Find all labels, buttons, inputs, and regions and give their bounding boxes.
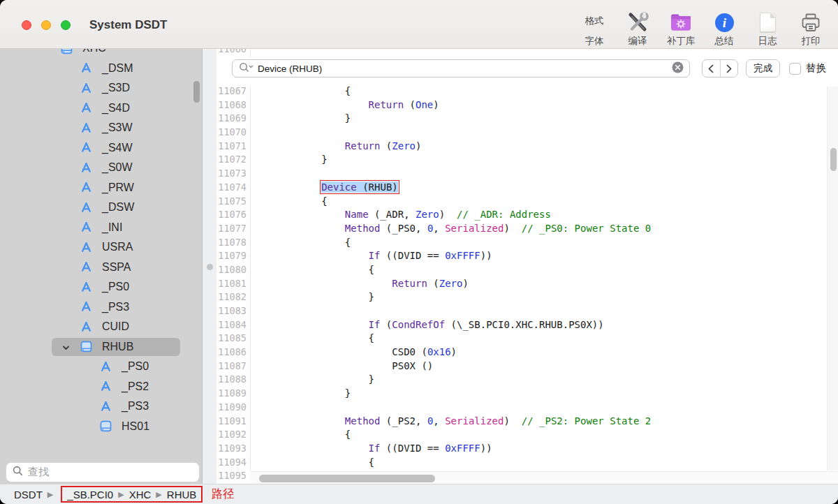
- vertical-scrollbar-thumb[interactable]: [830, 148, 837, 171]
- code-line: 11077 Method (_PS0, 0, Serialized) // _P…: [216, 222, 827, 236]
- main-area: XHC_DSM_S3D_S4D_S3W_S4W_S0W_PRW_DSW_INIU…: [0, 49, 838, 484]
- method-icon: [80, 281, 93, 294]
- zoom-button[interactable]: [61, 20, 71, 30]
- minimize-button[interactable]: [41, 20, 51, 30]
- line-number: 11088: [216, 373, 247, 387]
- sidebar-item-label: CUID: [102, 320, 129, 334]
- sidebar-item-rhub[interactable]: RHUB: [0, 337, 202, 357]
- code-line: 11069 }: [216, 112, 827, 126]
- status-bar: DSDT ▶ _SB.PCI0▶XHC▶RHUB 路径: [0, 484, 838, 504]
- sidebar-item-_ps0[interactable]: _PS0: [0, 357, 202, 377]
- breadcrumb-separator-icon: ▶: [118, 490, 124, 499]
- device-icon: [80, 340, 93, 353]
- code-line: 11071 Return (Zero): [216, 140, 827, 154]
- search-input[interactable]: Device (RHUB): [232, 59, 690, 77]
- sidebar-item-_s0w[interactable]: _S0W: [0, 158, 202, 178]
- method-icon: [80, 161, 93, 175]
- sidebar-item-label: _S3W: [102, 121, 133, 135]
- sidebar-item-label: SSPA: [102, 260, 131, 274]
- pane-splitter[interactable]: [203, 49, 216, 484]
- method-icon: [80, 121, 93, 135]
- done-button[interactable]: 完成: [746, 59, 780, 77]
- patch-library-button[interactable]: 补丁库: [666, 11, 696, 46]
- toolbar-item-label: 日志: [758, 36, 777, 46]
- sidebar-item-_dsm[interactable]: _DSM: [0, 59, 202, 79]
- code-line: 11078 {: [216, 236, 827, 250]
- sidebar-item-xhc[interactable]: XHC: [0, 49, 202, 59]
- sidebar-item-_ps0[interactable]: _PS0: [0, 277, 202, 297]
- toolbar: 格式字体编译补丁库i总结日志打印: [580, 4, 825, 46]
- sidebar-item-cuid[interactable]: CUID: [0, 317, 202, 337]
- line-number: 11081: [216, 277, 247, 291]
- print-button[interactable]: 打印: [796, 11, 825, 46]
- clear-search-icon[interactable]: [672, 61, 684, 76]
- svg-text:i: i: [722, 15, 726, 30]
- device-icon: [60, 49, 73, 55]
- line-number: 11076: [216, 208, 247, 222]
- close-button[interactable]: [22, 20, 31, 30]
- code-line: 11068 Return (One): [216, 98, 827, 112]
- sidebar-item-sspa[interactable]: SSPA: [0, 258, 202, 278]
- sidebar-item-_s3w[interactable]: _S3W: [0, 118, 202, 138]
- method-icon: [80, 221, 93, 234]
- sidebar-item-label: _DSW: [102, 200, 134, 214]
- line-number: 11079: [216, 249, 247, 263]
- replace-checkbox[interactable]: [789, 63, 801, 75]
- sidebar-item-label: RHUB: [102, 340, 133, 354]
- sidebar-item-usra[interactable]: USRA: [0, 237, 202, 258]
- line-number: 11092: [216, 428, 247, 442]
- method-icon: [80, 300, 93, 313]
- sidebar-item-hs02[interactable]: HS02: [0, 436, 202, 440]
- sidebar-item-_ps3[interactable]: _PS3: [0, 297, 202, 318]
- sidebar-item-_dsw[interactable]: _DSW: [0, 198, 202, 218]
- info-icon: i: [714, 11, 735, 34]
- method-icon: [80, 241, 93, 254]
- line-number: 11078: [216, 236, 247, 250]
- find-previous-button[interactable]: [703, 60, 721, 77]
- clipped-top-line-number: 11066: [216, 49, 249, 57]
- format-font-button[interactable]: 格式字体: [580, 15, 609, 46]
- window-title: System DSDT: [89, 18, 167, 32]
- line-number: 11087: [216, 360, 247, 373]
- vertical-scrollbar[interactable]: [827, 87, 838, 470]
- breadcrumb-separator-icon: ▶: [156, 490, 161, 499]
- find-navigation: [702, 59, 738, 77]
- breadcrumb-root: DSDT: [14, 489, 43, 501]
- breadcrumb-path-annotation-box: _SB.PCI0▶XHC▶RHUB: [61, 486, 203, 503]
- sidebar-find-field[interactable]: 查找: [6, 462, 200, 482]
- code-editor-pane[interactable]: 11066 Device (RHUB): [216, 49, 838, 484]
- toolbar-item-label: 总结: [715, 36, 734, 46]
- title-bar: System DSDT 格式字体编译补丁库i总结日志打印: [0, 0, 838, 49]
- find-bar: Device (RHUB) 完成 替换: [216, 57, 838, 87]
- sidebar-item-_ps2[interactable]: _PS2: [0, 377, 202, 397]
- sidebar-item-_s4d[interactable]: _S4D: [0, 98, 202, 119]
- search-match-highlight: Device (RHUB): [321, 181, 398, 193]
- line-number: 11080: [216, 263, 247, 277]
- sidebar-item-hs01[interactable]: HS01: [0, 417, 202, 437]
- code-line: 11079 If ((DVID == 0xFFFF)): [216, 249, 827, 263]
- chevron-down-icon[interactable]: [61, 343, 71, 352]
- sidebar-item-_ps3[interactable]: _PS3: [0, 396, 202, 417]
- sidebar-scrollbar-thumb[interactable]: [193, 81, 200, 103]
- compile-button[interactable]: 编译: [623, 11, 652, 46]
- method-icon: [80, 101, 93, 114]
- summary-button[interactable]: i总结: [710, 11, 739, 46]
- line-number: 11089: [216, 387, 247, 401]
- tools-icon: [626, 11, 649, 34]
- sidebar-item-_s3d[interactable]: _S3D: [0, 78, 202, 98]
- method-icon: [99, 360, 112, 373]
- log-button[interactable]: 日志: [753, 11, 782, 46]
- format-label: 格式: [585, 15, 604, 26]
- search-menu-icon[interactable]: [239, 62, 253, 75]
- method-icon: [80, 201, 93, 214]
- sidebar-item-_s4w[interactable]: _S4W: [0, 138, 202, 158]
- line-number: 11095: [216, 469, 247, 483]
- sidebar-item-_prw[interactable]: _PRW: [0, 178, 202, 198]
- sidebar-item-_ini[interactable]: _INI: [0, 218, 202, 238]
- method-icon: [99, 400, 112, 413]
- horizontal-scrollbar[interactable]: [251, 471, 838, 484]
- breadcrumb-segment: XHC: [129, 489, 152, 501]
- code-view[interactable]: 11067 {11068 Return (One)11069 }11070110…: [216, 84, 827, 484]
- horizontal-scrollbar-thumb[interactable]: [259, 475, 435, 482]
- find-next-button[interactable]: [721, 60, 738, 77]
